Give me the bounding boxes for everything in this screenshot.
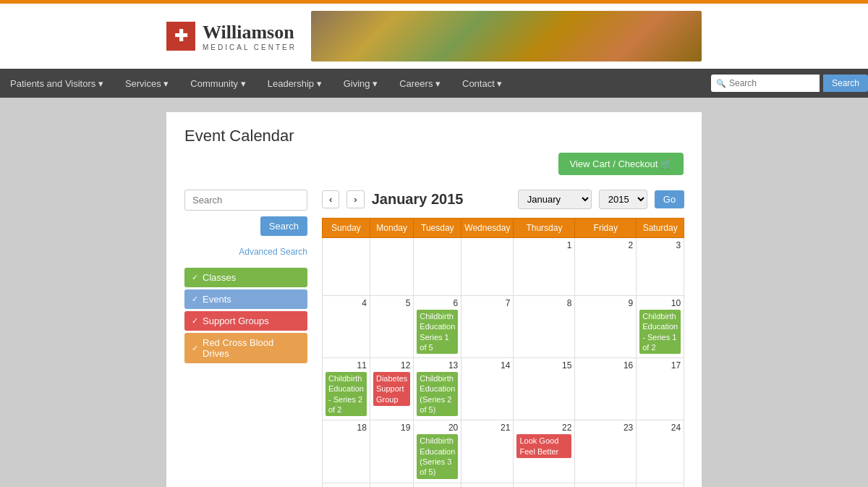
filter-events[interactable]: ✓ Events xyxy=(184,289,307,309)
search-icon: 🔍 xyxy=(716,79,726,88)
event-search-input[interactable] xyxy=(184,190,307,211)
logo-area: ✚ Williamson MEDICAL CENTER xyxy=(166,22,297,51)
filter-support-groups[interactable]: ✓ Support Groups xyxy=(184,311,307,331)
filter-redcross-label: Red Cross Blood Drives xyxy=(203,337,300,359)
cal-week-row: 456Childbirth Education Series 1 of 5789… xyxy=(323,296,684,358)
nav-services[interactable]: Services ▾ xyxy=(115,69,179,98)
day-number: 4 xyxy=(326,298,367,308)
cal-body: 123456Childbirth Education Series 1 of 5… xyxy=(323,238,684,488)
table-row: 9 xyxy=(575,296,637,358)
col-thursday: Thursday xyxy=(514,219,575,238)
advanced-search-link[interactable]: Advanced Search xyxy=(184,247,307,257)
table-row: 5 xyxy=(370,296,413,358)
day-number: 24 xyxy=(639,423,681,433)
nav-bar: Patients and Visitors ▾ Services ▾ Commu… xyxy=(0,69,868,98)
check-icon: ✓ xyxy=(192,316,198,326)
cal-header-row: Sunday Monday Tuesday Wednesday Thursday… xyxy=(323,219,684,238)
content-inner: Event Calendar View Cart / Checkout 🛒 Se… xyxy=(166,112,702,487)
cal-header: ‹ › January 2015 JanuaryFebruaryMarch Ap… xyxy=(322,190,684,209)
table-row: 21 xyxy=(461,420,514,483)
cal-month-title: January 2015 xyxy=(372,191,511,208)
table-row: 11Childbirth Education - Series 2 of 2 xyxy=(323,358,370,420)
event-search-button[interactable]: Search xyxy=(260,216,307,236)
table-row: 24 xyxy=(637,420,684,483)
nav-patients[interactable]: Patients and Visitors ▾ xyxy=(0,69,114,98)
filter-list: ✓ Classes ✓ Events ✓ Support Groups ✓ Re… xyxy=(184,268,307,363)
cal-next-button[interactable]: › xyxy=(346,190,364,208)
nav-inner: Patients and Visitors ▾ Services ▾ Commu… xyxy=(0,69,868,98)
filter-classes-label: Classes xyxy=(203,272,236,283)
event-pill[interactable]: Childbirth Education Series 1 of 5 xyxy=(417,310,458,354)
col-monday: Monday xyxy=(370,219,413,238)
logo-icon: ✚ xyxy=(166,22,195,51)
col-tuesday: Tuesday xyxy=(414,219,461,238)
left-panel: Search Advanced Search ✓ Classes ✓ Event… xyxy=(184,190,307,487)
content-outer: Event Calendar View Cart / Checkout 🛒 Se… xyxy=(0,98,868,487)
nav-contact[interactable]: Contact ▾ xyxy=(452,69,512,98)
cal-prev-button[interactable]: ‹ xyxy=(322,190,339,208)
check-icon: ✓ xyxy=(192,344,198,353)
logo-subtitle: MEDICAL CENTER xyxy=(203,43,297,51)
filter-classes[interactable]: ✓ Classes xyxy=(184,268,307,287)
table-row: 7 xyxy=(461,296,514,358)
table-row xyxy=(370,238,413,296)
nav-search-area: 🔍 Search xyxy=(711,69,868,98)
cart-row: View Cart / Checkout 🛒 xyxy=(184,153,684,175)
day-number: 2 xyxy=(578,240,633,250)
main-layout: Search Advanced Search ✓ Classes ✓ Event… xyxy=(184,190,684,487)
table-row: 2 xyxy=(575,238,637,296)
day-number: 9 xyxy=(578,298,633,308)
table-row: 4 xyxy=(323,296,370,358)
cal-month-select[interactable]: JanuaryFebruaryMarch AprilMayJune JulyAu… xyxy=(518,190,592,209)
event-pill[interactable]: Look Good Feel Better xyxy=(516,434,571,458)
table-row: 12Diabetes Support Group xyxy=(370,358,413,420)
day-number: 15 xyxy=(516,360,571,370)
logo-text: Williamson MEDICAL CENTER xyxy=(203,22,297,51)
table-row: 15 xyxy=(514,358,575,420)
check-icon: ✓ xyxy=(192,273,198,282)
day-number: 17 xyxy=(639,360,681,370)
table-row: 16 xyxy=(575,358,637,420)
day-number: 5 xyxy=(373,298,410,308)
event-pill[interactable]: Childbirth Education (Series 3 of 5) xyxy=(417,434,458,478)
cal-week-row: 123 xyxy=(323,238,684,296)
table-row: 27Childbirth Education (Series 4 of 5) xyxy=(414,483,461,487)
calendar-grid: Sunday Monday Tuesday Wednesday Thursday… xyxy=(322,218,684,487)
nav-community[interactable]: Community ▾ xyxy=(180,69,255,98)
cal-go-button[interactable]: Go xyxy=(655,190,684,208)
search-wrapper: 🔍 xyxy=(711,75,820,92)
day-number: 21 xyxy=(464,423,510,433)
filter-support-label: Support Groups xyxy=(203,316,269,326)
filter-events-label: Events xyxy=(203,294,231,305)
event-pill[interactable]: Childbirth Education - Series 2 of 2 xyxy=(326,372,367,416)
header-image xyxy=(311,11,702,62)
event-pill[interactable]: Childbirth Education (Series 2 of 5) xyxy=(417,372,458,416)
nav-search-button[interactable]: Search xyxy=(823,75,868,92)
table-row: 31Brothers and Sisters To Be Class xyxy=(637,483,684,487)
nav-giving[interactable]: Giving ▾ xyxy=(333,69,388,98)
table-row: 30Breastfeeding Education xyxy=(575,483,637,487)
table-row xyxy=(414,238,461,296)
event-pill[interactable]: Childbirth Education - Series 1 of 2 xyxy=(639,310,681,354)
page-title: Event Calendar xyxy=(184,127,684,145)
day-number: 14 xyxy=(464,360,510,370)
day-number: 19 xyxy=(373,423,410,433)
nav-leadership[interactable]: Leadership ▾ xyxy=(258,69,332,98)
table-row: 6Childbirth Education Series 1 of 5 xyxy=(414,296,461,358)
day-number: 18 xyxy=(326,423,367,433)
nav-search-input[interactable] xyxy=(711,75,820,92)
filter-redcross[interactable]: ✓ Red Cross Blood Drives xyxy=(184,333,307,363)
day-number: 16 xyxy=(578,360,633,370)
day-number: 10 xyxy=(639,298,681,308)
table-row: 26 xyxy=(370,483,413,487)
day-number: 13 xyxy=(417,360,458,370)
table-row: 22Look Good Feel Better xyxy=(514,420,575,483)
view-cart-button[interactable]: View Cart / Checkout 🛒 xyxy=(558,153,684,175)
day-number: 6 xyxy=(417,298,458,308)
event-pill[interactable]: Diabetes Support Group xyxy=(373,372,410,406)
table-row: 1 xyxy=(514,238,575,296)
cal-year-select[interactable]: 201320142015 20162017 xyxy=(599,190,647,209)
nav-careers[interactable]: Careers ▾ xyxy=(389,69,451,98)
calendar-area: ‹ › January 2015 JanuaryFebruaryMarch Ap… xyxy=(322,190,684,487)
table-row: 19 xyxy=(370,420,413,483)
